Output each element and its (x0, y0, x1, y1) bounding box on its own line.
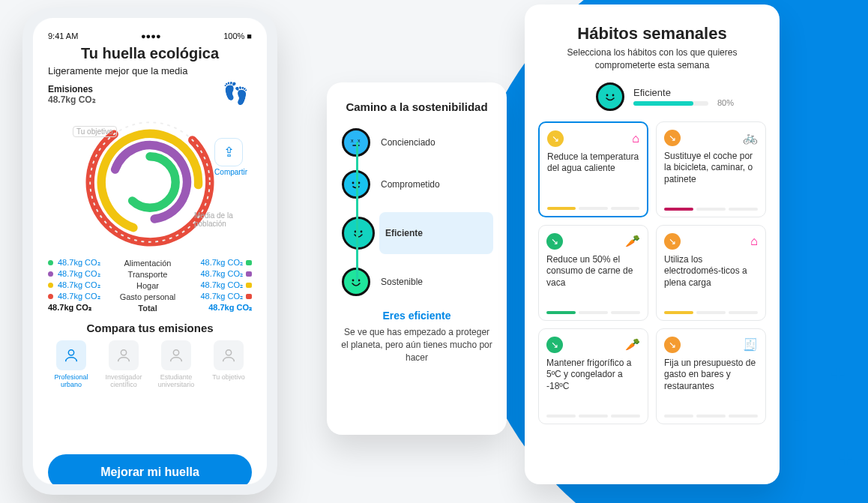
svg-point-11 (352, 182, 355, 184)
habit-progress-bar (664, 311, 758, 314)
step-label: Concienciado (381, 137, 435, 148)
ring-note-target: Tu objetivo (73, 126, 117, 137)
face-icon (342, 170, 370, 199)
habit-progress-bar (664, 415, 758, 418)
svg-point-7 (173, 350, 178, 355)
habit-card[interactable]: ↘ 🚲 Sustituye el coche por la bicicleta,… (656, 121, 766, 217)
level-progress-bar: 80% (633, 101, 708, 106)
page-subtitle: Ligeramente mejor que la media (48, 65, 252, 76)
category-dot-icon (48, 283, 53, 288)
svg-point-14 (361, 231, 363, 233)
habits-grid: ↘ ⌂ Reduce la temperatura del agua calie… (538, 121, 766, 424)
svg-point-15 (352, 280, 355, 282)
persona-label: Profesional urbano (48, 373, 94, 388)
category-dot-icon (48, 260, 53, 265)
step-label: Sostenible (381, 277, 423, 287)
plus-decoration-icon: + (831, 360, 846, 389)
svg-point-6 (121, 350, 126, 355)
persona-selector: Profesional urbano Investigador científi… (48, 340, 252, 388)
emissions-table: 48.7kg CO₂ Alimentación 48.7kg CO₂ 48.7k… (48, 258, 252, 313)
share-icon: ⇪ (223, 144, 235, 160)
category-name: Hogar (108, 281, 187, 290)
category-bar-icon (246, 294, 252, 299)
emissions-row: 48.7kg CO₂ Hogar 48.7kg CO₂ (48, 280, 252, 290)
persona-option[interactable]: Investigador científico (100, 340, 147, 388)
svg-point-3 (124, 157, 175, 208)
svg-point-8 (226, 350, 231, 355)
page-title: Tu huella ecológica (48, 45, 252, 62)
svg-point-5 (68, 350, 73, 355)
svg-point-18 (612, 94, 615, 96)
screen-sustainability-path: Camino a la sostenibilidad xx Conciencia… (327, 82, 507, 435)
path-step[interactable]: Eficiente (379, 212, 493, 254)
plus-decoration-icon: + (793, 405, 808, 434)
habit-type-icon: 🥕 (625, 337, 640, 352)
habit-text: Mantener frigorífico a 5ºC y congelador … (546, 358, 640, 409)
svg-text:x: x (358, 138, 361, 143)
persona-option[interactable]: Tu objetivo (205, 340, 252, 388)
habit-progress-bar (664, 208, 758, 211)
habit-type-icon: 🧾 (743, 337, 758, 352)
habits-title: Hábitos semanales (538, 24, 766, 43)
emissions-value: 48.7kg CO₂ (48, 94, 252, 105)
habit-progress-bar (546, 311, 640, 314)
category-bar-icon (246, 271, 252, 277)
path-body: Se ve que has empezado a proteger el pla… (340, 326, 493, 364)
smile-icon (596, 82, 624, 111)
persona-icon (109, 340, 139, 370)
footprint-icon: 👣 (223, 81, 249, 106)
status-bar: 9:41 AM ●●●● 100% ■ (48, 31, 252, 40)
svg-point-13 (355, 231, 357, 233)
persona-option[interactable]: Profesional urbano (48, 340, 94, 388)
habit-text: Sustituye el coche por la bicicleta, cam… (664, 151, 758, 202)
habit-progress-bar (546, 415, 640, 418)
svg-point-17 (606, 94, 609, 96)
persona-option[interactable]: Estudiante universitario (153, 340, 199, 388)
svg-point-16 (358, 280, 361, 282)
phone-mockup: 9:41 AM ●●●● 100% ■ Tu huella ecológica … (22, 7, 277, 495)
persona-label: Tu objetivo (205, 373, 252, 381)
habit-category-icon: ↘ (546, 337, 563, 353)
category-name: Transporte (108, 270, 187, 279)
emissions-row: 48.7kg CO₂ Transporte 48.7kg CO₂ (48, 269, 252, 279)
path-step[interactable]: Comprometido (379, 170, 493, 199)
habit-card[interactable]: ↘ ⌂ Utiliza los electrodomés-ticos a ple… (656, 225, 766, 321)
step-label: Eficiente (385, 228, 423, 238)
habit-text: Fija un presupuesto de gasto en bares y … (664, 358, 758, 409)
emissions-ring-chart: Tu objetivo Media de la población (79, 111, 221, 253)
improve-footprint-button[interactable]: Mejorar mi huella (48, 454, 252, 484)
habit-text: Reduce un 50% el consumo de carne de vac… (546, 254, 640, 305)
status-signal-icon: ●●●● (141, 31, 161, 40)
face-icon: xx (342, 128, 370, 157)
habit-type-icon: ⌂ (632, 132, 639, 145)
category-bar-icon (246, 260, 252, 265)
path-step[interactable]: Sostenible (379, 268, 493, 296)
emissions-row: 48.7kg CO₂ Alimentación 48.7kg CO₂ (48, 258, 252, 268)
face-icon (342, 217, 375, 250)
status-battery: 100% ■ (223, 31, 252, 40)
emissions-label: Emisiones (48, 84, 252, 94)
step-label: Comprometido (381, 179, 440, 190)
progress-path: xx Concienciado Comprometido Eficiente S… (340, 128, 493, 296)
habit-progress-bar (547, 207, 639, 210)
path-title: Camino a la sostenibilidad (340, 100, 493, 113)
compare-title: Compara tus emisiones (48, 322, 252, 334)
persona-label: Estudiante universitario (153, 373, 199, 388)
path-step[interactable]: xx Concienciado (379, 128, 493, 157)
category-name: Gasto personal (108, 292, 187, 301)
habits-subtitle: Selecciona los hábitos con los que quier… (538, 46, 766, 72)
habit-category-icon: ↘ (547, 130, 564, 147)
ring-note-average: Media de la población (194, 211, 245, 228)
persona-icon (56, 340, 86, 370)
habit-category-icon: ↘ (664, 233, 681, 250)
habit-category-icon: ↘ (664, 130, 681, 146)
habit-card[interactable]: ↘ 🧾 Fija un presupuesto de gasto en bare… (656, 328, 766, 424)
habit-type-icon: 🥕 (625, 234, 640, 248)
persona-label: Investigador científico (100, 373, 147, 388)
habit-card[interactable]: ↘ 🥕 Reduce un 50% el consumo de carne de… (538, 225, 648, 321)
habit-card[interactable]: ↘ ⌂ Reduce la temperatura del agua calie… (538, 121, 648, 217)
habit-card[interactable]: ↘ 🥕 Mantener frigorífico a 5ºC y congela… (538, 328, 648, 424)
category-name: Alimentación (108, 259, 187, 268)
persona-icon (161, 340, 191, 370)
habit-text: Reduce la temperatura del agua caliente (547, 151, 639, 201)
